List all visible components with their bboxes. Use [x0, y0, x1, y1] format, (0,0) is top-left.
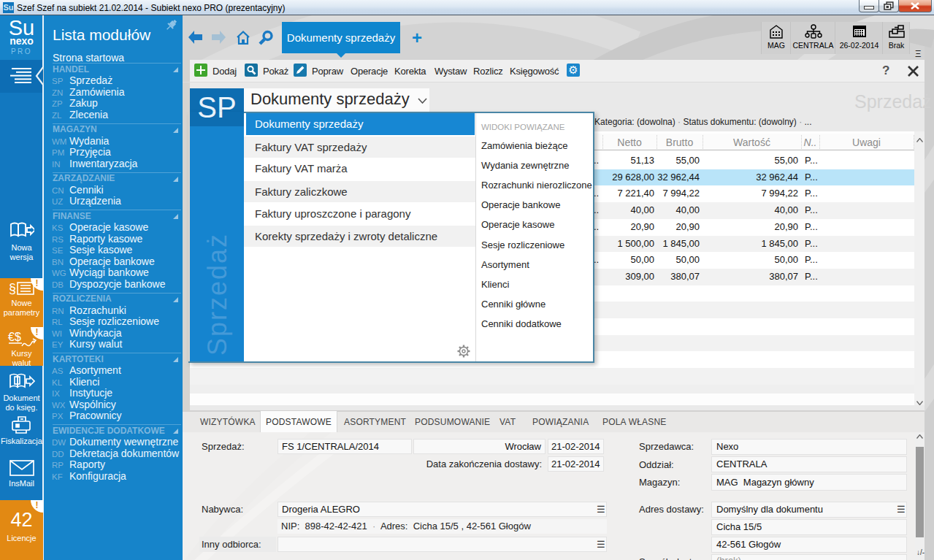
- svg-text:§: §: [9, 281, 16, 296]
- svg-text:€$: €$: [8, 331, 21, 343]
